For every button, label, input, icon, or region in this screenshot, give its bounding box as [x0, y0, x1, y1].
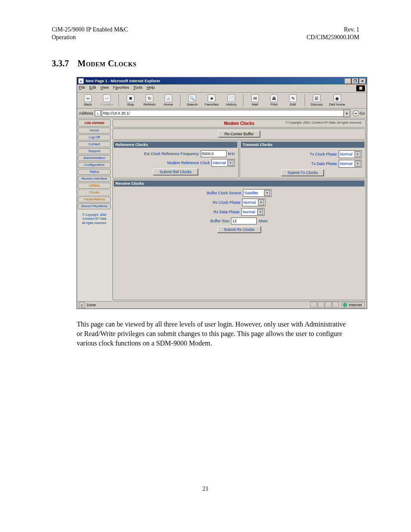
menu-help[interactable]: Help [146, 85, 155, 91]
status-page-icon: e [79, 302, 85, 308]
buffer-size-unit: Msec [258, 219, 268, 223]
sidebar-item-utilities[interactable]: Utilities [78, 183, 111, 189]
reference-clocks-heading: Reference Clocks [114, 142, 237, 148]
sidebar-item-administration[interactable]: Administration [78, 155, 111, 161]
modem-ref-clock-select[interactable]: Internal▼ [212, 159, 235, 167]
transmit-clocks-panel: Transmit Clocks Tx Clock Phase Normal▼ T… [240, 140, 366, 178]
sidebar-item-clocks[interactable]: Clocks [78, 190, 111, 196]
transmit-clocks-heading: Transmit Clocks [241, 142, 364, 148]
sidebar-item-status[interactable]: Status [78, 169, 111, 175]
sidebar-item-modeminterface[interactable]: Modem Interface [78, 176, 111, 182]
toolbar: ⇦Back ⇨Forward ✖Stop ↻Refresh ⌂Home 🔍Sea… [77, 93, 367, 109]
buffer-size-input[interactable] [231, 218, 257, 224]
submit-ref-clocks-button[interactable]: Submit Ref Clocks [153, 168, 198, 175]
chevron-down-icon: ▼ [227, 160, 234, 166]
page-title: Modem Clocks [224, 121, 255, 126]
chevron-down-icon: ▼ [355, 161, 361, 167]
address-dropdown-icon[interactable]: ▼ [343, 109, 350, 117]
maximize-button[interactable]: ❐ [352, 78, 358, 84]
sidebar-item-storedfltsalrms[interactable]: Stored Flts/Alrms [78, 203, 111, 209]
sidebar-item-home[interactable]: Home [78, 128, 111, 134]
menu-edit[interactable]: Edit [90, 85, 97, 91]
page-title-pane: Modem Clocks © Copyright, 2002, Comtech … [112, 119, 366, 128]
sidebar-item-configuration[interactable]: Configuration [78, 162, 111, 168]
stop-button[interactable]: ✖Stop [121, 93, 140, 107]
doc-header-right-1: Rev. 1 [306, 26, 359, 34]
status-text: Done [87, 303, 96, 307]
rx-clock-phase-select[interactable]: Normal▼ [242, 199, 265, 206]
tx-data-phase-label: Tx Data Phase [311, 162, 337, 166]
refresh-button[interactable]: ↻Refresh [140, 93, 159, 107]
address-label: Address [79, 111, 93, 115]
sidebar-item-contact[interactable]: Contact [78, 141, 111, 147]
menu-file[interactable]: File [79, 85, 85, 91]
tx-clock-phase-select[interactable]: Normal▼ [339, 150, 362, 158]
section-heading: 3.3.7 Modem Clocks [52, 59, 359, 68]
status-zone: Internet [342, 302, 365, 308]
back-button[interactable]: ⇦Back [79, 93, 97, 107]
sidebar-header: CIM-25/9000 [78, 119, 111, 127]
submit-tx-clocks-button[interactable]: Submit Tx Clocks [281, 169, 324, 176]
favorites-button[interactable]: ★Favorites [202, 93, 221, 107]
page-copyright: © Copyright, 2002, Comtech EF Data. All … [285, 121, 362, 124]
sidebar-item-support[interactable]: Support [78, 148, 111, 154]
globe-icon [343, 303, 347, 307]
buffer-clock-source-label: Buffer Clock Source [207, 191, 241, 195]
window-title: New Page 1 - Microsoft Internet Explorer [86, 79, 344, 83]
history-button[interactable]: 🕘History [222, 93, 240, 107]
rx-clock-phase-label: Rx Clock Phase [213, 200, 240, 205]
receive-clocks-panel: Receive Clocks Buffer Clock Source Satel… [112, 179, 366, 300]
minimize-button[interactable]: _ [344, 78, 351, 84]
dellhome-button[interactable]: ◉Dell Home [327, 93, 348, 107]
statusbar: e Done Internet [77, 301, 367, 308]
home-button[interactable]: ⌂Home [159, 93, 177, 107]
receive-clocks-heading: Receive Clocks [114, 180, 364, 187]
print-button[interactable]: 🖶Print [265, 93, 283, 107]
submit-rx-clocks-button[interactable]: Submit Rx Clocks [217, 226, 261, 233]
rx-data-phase-select[interactable]: Normal▼ [241, 208, 265, 216]
close-button[interactable]: ✕ [359, 78, 366, 84]
screenshot: e New Page 1 - Microsoft Internet Explor… [52, 77, 366, 309]
doc-header: CiM-25/9000 IP Enabled M&C Operation Rev… [52, 26, 359, 41]
ie-logo-icon: 🪟 [356, 85, 365, 91]
sidebar-item-faultsalarms[interactable]: Faults/Alarms [78, 196, 111, 202]
page-number: 21 [52, 485, 359, 492]
chevron-down-icon: ▼ [257, 209, 263, 215]
ext-clock-ref-freq-input[interactable] [201, 150, 227, 157]
main-area: Modem Clocks © Copyright, 2002, Comtech … [112, 118, 367, 301]
search-button[interactable]: 🔍Search [183, 93, 201, 107]
doc-header-left-2: Operation [52, 34, 128, 41]
address-input[interactable] [102, 110, 344, 117]
menu-tools[interactable]: Tools [133, 85, 142, 91]
body-paragraph: This page can be viewed by all three lev… [77, 320, 352, 348]
forward-button[interactable]: ⇨Forward [98, 93, 116, 107]
menu-favorites[interactable]: Favorites [113, 85, 129, 91]
page-content: CIM-25/9000 Home Log Off Contact Support… [77, 118, 367, 301]
discuss-button[interactable]: ☰Discuss [308, 93, 326, 107]
buffer-clock-source-select[interactable]: Satellite▼ [243, 189, 271, 197]
addressbar: Address e ▼ ➜ Go [77, 109, 367, 118]
ext-clock-ref-freq-unit: kHz [228, 152, 235, 156]
go-icon: ➜ [353, 110, 359, 116]
section-number: 3.3.7 [52, 59, 69, 68]
status-panes [310, 302, 339, 308]
chevron-down-icon: ▼ [264, 190, 270, 196]
menu-view[interactable]: View [100, 85, 109, 91]
recenter-buffer-button[interactable]: Re-Center Buffer [218, 131, 260, 137]
buffer-size-label: Buffer Size [210, 219, 229, 223]
section-title: Modem Clocks [78, 59, 137, 68]
mail-button[interactable]: ✉Mail [246, 93, 264, 107]
ie-window: e New Page 1 - Microsoft Internet Explor… [77, 77, 367, 309]
go-button[interactable]: ➜ Go [353, 110, 365, 116]
chevron-down-icon: ▼ [258, 199, 264, 205]
doc-header-left-1: CiM-25/9000 IP Enabled M&C [52, 26, 128, 34]
ie-icon: e [78, 78, 84, 84]
page-icon: e [95, 110, 101, 116]
sidebar-footer: © Copyright, 2002 Comtech EF Data All ri… [78, 213, 111, 224]
tx-data-phase-select[interactable]: Normal▼ [339, 160, 362, 168]
rx-data-phase-label: Rx Data Phase [214, 210, 240, 214]
menubar: File Edit View Favorites Tools Help 🪟 [77, 84, 367, 93]
ext-clock-ref-freq-label: Ext Clock Reference Frequency [144, 152, 199, 156]
edit-button[interactable]: ✎Edit [284, 93, 302, 107]
sidebar-item-logoff[interactable]: Log Off [78, 134, 111, 140]
